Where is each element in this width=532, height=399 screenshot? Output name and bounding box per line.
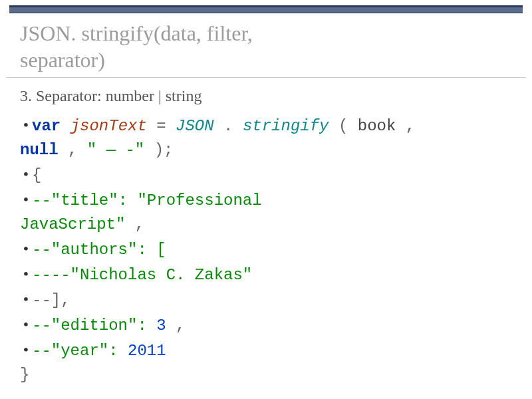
bullet-icon: • xyxy=(20,162,32,186)
json-val-year: 2011 xyxy=(128,342,166,360)
comma: , xyxy=(68,141,77,159)
bullet-icon: • xyxy=(20,338,32,362)
comma: , xyxy=(135,215,144,233)
json-key-edition: --"edition": xyxy=(32,317,156,334)
separator-string: " — -" xyxy=(87,141,144,159)
arg-book: book xyxy=(358,117,396,135)
top-accent-bar xyxy=(9,5,523,13)
json-val-author: ----"Nicholas C. Zakas" xyxy=(32,263,252,287)
dot: . xyxy=(223,117,233,135)
brace-close: } xyxy=(20,363,29,387)
slide-content: 3. Separator: number | string • var json… xyxy=(7,78,525,387)
rparen-semi: ); xyxy=(154,141,174,159)
brace-open: { xyxy=(32,164,41,188)
fn-stringify: stringify xyxy=(243,117,329,135)
type-JSON: JSON xyxy=(176,117,214,135)
bullet-icon: • xyxy=(20,287,32,311)
identifier-jsonText: jsonText xyxy=(70,117,147,135)
bullet-icon: • xyxy=(20,313,32,336)
json-authors-close: --], xyxy=(32,289,70,313)
json-key-title: --"title": xyxy=(32,192,137,209)
slide-title: JSON. stringify(data, filter, separator) xyxy=(7,17,525,78)
json-key-year: --"year": xyxy=(32,342,128,360)
title-line-1: JSON. stringify(data, filter, xyxy=(20,20,512,47)
code-block: • var jsonText = JSON . stringify ( book… xyxy=(20,113,512,387)
title-line-2: separator) xyxy=(20,47,512,73)
separator-subhead: 3. Separator: number | string xyxy=(20,84,512,108)
bullet-icon: • xyxy=(20,113,32,137)
keyword-var: var xyxy=(32,117,61,135)
json-val-title-1: "Professional xyxy=(137,192,261,209)
bullet-icon: • xyxy=(20,262,32,286)
slide: JSON. stringify(data, filter, separator)… xyxy=(0,0,532,399)
arg-null: null xyxy=(20,141,59,159)
bullet-icon: • xyxy=(20,237,32,261)
json-val-edition: 3 xyxy=(156,317,166,334)
bullet-icon: • xyxy=(20,188,32,211)
lparen: ( xyxy=(338,117,348,135)
json-key-authors: --"authors": [ xyxy=(32,238,166,262)
json-val-title-2: JavaScript" xyxy=(20,215,125,233)
comma: , xyxy=(406,117,415,135)
equals-sign: = xyxy=(156,117,176,135)
comma: , xyxy=(176,317,185,334)
